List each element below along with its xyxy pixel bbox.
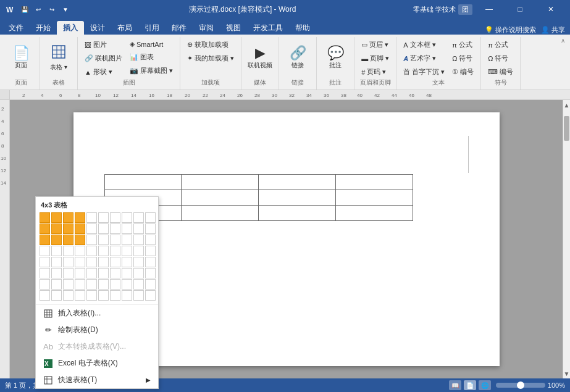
draw-table-menu-item[interactable]: ✏ 绘制表格(D) [36,322,158,338]
grid-cell[interactable] [110,235,120,245]
tab-file[interactable]: 文件 [2,21,30,35]
grid-cell[interactable] [145,268,156,278]
grid-cell[interactable] [40,279,50,290]
grid-cell[interactable] [86,257,97,267]
grid-cell[interactable] [86,279,97,290]
search-help-button[interactable]: 💡 操作说明搜索 [485,25,536,35]
grid-cell[interactable] [51,246,62,256]
grid-cell[interactable] [63,235,73,245]
grid-cell[interactable] [98,212,109,223]
grid-cell[interactable] [145,235,156,245]
save-qat-button[interactable]: 💾 [19,3,31,15]
grid-cell[interactable] [86,268,97,278]
grid-cell[interactable] [133,246,144,256]
grid-cell[interactable] [122,290,132,301]
chart-button[interactable]: 📊 图表 [127,51,176,64]
grid-cell[interactable] [51,268,62,278]
grid-cell[interactable] [98,268,109,278]
grid-cell[interactable] [133,268,144,278]
grid-cell[interactable] [63,246,73,256]
grid-cell[interactable] [110,268,120,278]
scroll-track[interactable] [563,110,570,369]
page-button[interactable]: 📄 页面 [6,38,36,78]
grid-cell[interactable] [110,257,120,267]
header-button[interactable]: ▭ 页眉 ▾ [358,38,392,51]
tab-insert[interactable]: 插入 [57,21,84,35]
zoom-thumb[interactable] [517,382,524,389]
grid-cell[interactable] [63,279,73,290]
textbox-button[interactable]: A 文本框 ▾ [400,38,448,51]
grid-cell[interactable] [110,246,120,256]
pagenum-button[interactable]: # 页码 ▾ [358,65,392,78]
picture-button[interactable]: 🖼 图片 [82,38,125,51]
grid-cell[interactable] [51,257,62,267]
scroll-thumb[interactable] [564,116,569,141]
read-view-button[interactable]: 📖 [449,380,461,390]
grid-cell[interactable] [63,257,73,267]
excel-table-menu-item[interactable]: X Excel 电子表格(X) [36,355,158,372]
grid-cell[interactable] [98,290,109,301]
grid-cell[interactable] [40,246,50,256]
grid-cell[interactable] [75,246,85,256]
grid-cell[interactable] [110,290,120,301]
grid-cell[interactable] [51,212,62,223]
symbol-button[interactable]: Ω 符号 [449,52,477,65]
screenshot-button[interactable]: 📷 屏幕截图 ▾ [127,64,176,77]
comment-button[interactable]: 💬 批注 [321,38,350,78]
zoom-slider[interactable] [496,383,545,388]
grid-cell[interactable] [75,235,85,245]
link-button[interactable]: 🔗 链接 [283,38,312,78]
tab-design[interactable]: 设计 [84,21,111,35]
grid-cell[interactable] [145,212,156,223]
online-video-button[interactable]: ▶ 联机视频 [245,38,275,78]
grid-cell[interactable] [133,279,144,290]
grid-cell[interactable] [122,279,132,290]
grid-cell[interactable] [40,257,50,267]
shapes-button[interactable]: ▲ 形状 ▾ [82,65,125,78]
smartart-button[interactable]: ◈ SmartArt [127,38,176,50]
scroll-down-button[interactable]: ▼ [563,369,570,378]
grid-cell[interactable] [63,290,73,301]
grid-cell[interactable] [98,223,109,234]
wordart-button[interactable]: A 艺术字 ▾ [400,52,448,65]
grid-cell[interactable] [63,223,73,234]
get-addins-button[interactable]: ⊕ 获取加载项 [184,38,237,51]
grid-cell[interactable] [122,246,132,256]
table-button[interactable]: 表格 ▾ [44,38,73,78]
grid-cell[interactable] [98,235,109,245]
close-button[interactable]: ✕ [537,0,565,19]
grid-cell[interactable] [122,268,132,278]
grid-cell[interactable] [122,235,132,245]
grid-cell[interactable] [122,257,132,267]
grid-cell[interactable] [133,235,144,245]
grid-cell[interactable] [40,290,50,301]
grid-cell[interactable] [145,257,156,267]
grid-cell[interactable] [75,290,85,301]
customize-qat-button[interactable]: ▼ [59,3,72,15]
grid-cell[interactable] [86,290,97,301]
tab-review[interactable]: 审阅 [193,21,220,35]
tab-mail[interactable]: 邮件 [166,21,193,35]
grid-cell[interactable] [51,235,62,245]
grid-cell[interactable] [51,223,62,234]
tab-help[interactable]: 帮助 [289,21,316,35]
grid-cell[interactable] [75,212,85,223]
maximize-button[interactable]: □ [506,0,534,19]
grid-cell[interactable] [145,279,156,290]
equation-button[interactable]: π 公式 [449,38,477,51]
grid-cell[interactable] [145,246,156,256]
grid-cell[interactable] [75,279,85,290]
code-button[interactable]: ⌨ 编号 [485,65,516,78]
grid-cell[interactable] [86,246,97,256]
grid-cell[interactable] [86,212,97,223]
scrollbar-vertical[interactable]: ▲ ▼ [563,100,570,378]
dropcap-button[interactable]: 首 首字下沉 ▾ [400,65,448,78]
grid-cell[interactable] [145,223,156,234]
tab-developer[interactable]: 开发工具 [247,21,289,35]
undo-qat-button[interactable]: ↩ [32,3,44,15]
grid-cell[interactable] [63,268,73,278]
number-button[interactable]: ① 编号 [449,65,477,78]
grid-cell[interactable] [133,290,144,301]
tab-home[interactable]: 开始 [30,21,57,35]
grid-cell[interactable] [145,290,156,301]
